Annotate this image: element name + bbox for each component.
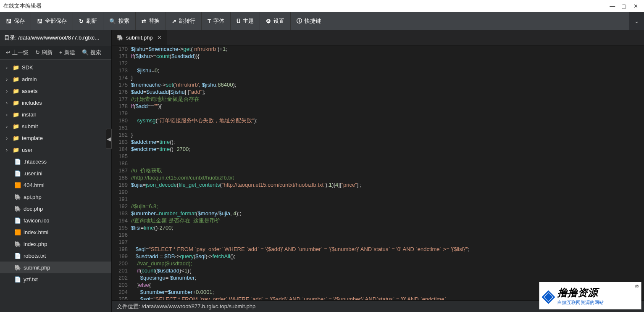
file-label: .user.ini (24, 170, 42, 177)
goto-button[interactable]: ↗跳转行 (166, 12, 202, 30)
folder-label: admin (22, 76, 37, 82)
tab-label: submit.php (126, 34, 153, 41)
file-item[interactable]: 🟧index.html (0, 226, 111, 238)
refresh-icon: ↻ (79, 18, 84, 24)
save-all-button[interactable]: 🖫全部保存 (31, 12, 73, 30)
file-item[interactable]: 🐘index.php (0, 238, 111, 250)
minimize-icon[interactable]: — (607, 3, 618, 9)
title-bar: 在线文本编辑器 — ▢ ✕ (0, 0, 644, 12)
folder-item[interactable]: ›📁includes (0, 97, 111, 108)
file-label: api.php (24, 194, 42, 200)
folder-item[interactable]: ›📁submit (0, 120, 111, 132)
sidebar-actions: ↩上一级 ↻刷新 +新建 🔍搜索 (0, 45, 111, 60)
file-label: submit.php (24, 264, 50, 271)
code-editor[interactable]: 1701711721731741751761771781791801811821… (112, 45, 644, 300)
chevron-right-icon: › (6, 111, 11, 118)
chevron-right-icon: › (6, 88, 11, 94)
window-title: 在线文本编辑器 (3, 2, 42, 10)
replace-icon: ⇄ (142, 18, 146, 24)
dir-path: /data/www/wwwroot/877.b.rglxc... (18, 34, 99, 41)
file-item[interactable]: 🐘api.php (0, 191, 111, 203)
main-toolbar: 🖫保存 🖫全部保存 ↻刷新 🔍搜索 ⇄替换 ↗跳转行 T字体 Ü主题 ⚙设置 ⓘ… (0, 12, 644, 30)
replace-button[interactable]: ⇄替换 (136, 12, 166, 30)
settings-button[interactable]: ⚙设置 (260, 12, 291, 30)
php-icon: 🐘 (14, 194, 21, 200)
folder-icon: 📁 (13, 64, 19, 71)
chevron-right-icon: › (6, 64, 11, 71)
folder-icon: 📁 (13, 76, 19, 82)
new-button[interactable]: +新建 (56, 49, 79, 56)
chevron-left-icon: ◀ (107, 136, 111, 142)
watermark: ◈ 撸撸资源 白嫖互联网资源的网站 ® (539, 282, 641, 309)
file-item[interactable]: 🟧404.html (0, 179, 111, 191)
file-item[interactable]: 📄yzf.txt (0, 273, 111, 285)
file-tree[interactable]: ›📁SDK›📁admin›📁assets›📁includes›📁install›… (0, 60, 111, 312)
gear-icon: ⚙ (266, 18, 271, 24)
txt-icon: 📄 (14, 276, 21, 283)
theme-icon: Ü (237, 18, 240, 24)
folder-item[interactable]: ›📁template (0, 132, 111, 144)
watermark-r: ® (635, 284, 639, 289)
folder-icon: 📁 (13, 100, 19, 106)
folder-item[interactable]: ›📁assets (0, 85, 111, 97)
close-icon[interactable]: ✕ (631, 3, 641, 9)
folder-label: template (22, 135, 43, 141)
search-icon: 🔍 (82, 49, 89, 56)
tab-close-icon[interactable]: ✕ (157, 34, 162, 41)
folder-item[interactable]: ›📁admin (0, 73, 111, 85)
folder-item[interactable]: ›📁SDK (0, 61, 111, 73)
chevron-right-icon: › (6, 100, 11, 106)
chevron-right-icon: › (6, 147, 11, 153)
refresh-button[interactable]: ↻刷新 (73, 12, 103, 30)
search-icon: 🔍 (109, 18, 116, 24)
chevron-right-icon: › (6, 135, 11, 141)
save-button[interactable]: 🖫保存 (0, 12, 31, 30)
folder-icon: 📁 (13, 135, 19, 141)
folder-item[interactable]: ›📁install (0, 108, 111, 120)
expand-button[interactable]: ⌄ (629, 12, 644, 30)
code-area[interactable]: $jishu=$memcache->get( nfrruknrb )+1;if(… (131, 45, 644, 300)
current-dir: 目录: /data/www/wwwroot/877.b.rglxc... (0, 30, 111, 45)
folder-label: submit (22, 123, 38, 130)
editor-area: 🐘 submit.php ✕ 1701711721731741751761771… (112, 30, 644, 312)
collapse-sidebar-button[interactable]: ◀ (106, 129, 112, 149)
watermark-title: 撸撸资源 (557, 286, 604, 299)
folder-label: user (22, 147, 32, 153)
font-icon: T (208, 18, 211, 24)
file-label: .htaccess (24, 159, 47, 165)
font-button[interactable]: T字体 (202, 12, 231, 30)
file-sidebar: 目录: /data/www/wwwroot/877.b.rglxc... ↩上一… (0, 30, 112, 312)
folder-icon: 📁 (13, 88, 19, 94)
php-icon: 🐘 (117, 34, 124, 41)
sidebar-refresh-button[interactable]: ↻刷新 (32, 49, 56, 56)
file-item[interactable]: 📄favicon.ico (0, 214, 111, 226)
plus-icon: + (59, 49, 63, 56)
file-item[interactable]: 🐘submit.php (0, 262, 111, 273)
file-label: robots.txt (24, 253, 46, 259)
search-button[interactable]: 🔍搜索 (103, 12, 136, 30)
file-label: index.html (24, 229, 48, 235)
chevron-right-icon: › (6, 76, 11, 82)
file-item[interactable]: 📄robots.txt (0, 250, 111, 262)
file-item[interactable]: 📄.user.ini (0, 167, 111, 179)
maximize-icon[interactable]: ▢ (619, 3, 629, 9)
shortcuts-button[interactable]: ⓘ快捷键 (291, 12, 327, 30)
folder-label: includes (22, 100, 42, 106)
tab-submit-php[interactable]: 🐘 submit.php ✕ (112, 30, 167, 45)
folder-item[interactable]: ›📁user (0, 144, 111, 156)
file-label: favicon.ico (24, 217, 49, 224)
save-icon: 🖫 (6, 18, 11, 24)
editor-tabs: 🐘 submit.php ✕ (112, 30, 644, 45)
file-location: 文件位置: /data/www/wwwroot/877.b.rglxc.top/… (117, 303, 255, 310)
file-item[interactable]: 📄.htaccess (0, 156, 111, 167)
txt-icon: 📄 (14, 253, 21, 259)
file-item[interactable]: 🐘doc.php (0, 203, 111, 214)
sidebar-search-button[interactable]: 🔍搜索 (79, 49, 105, 56)
keyboard-icon: ⓘ (297, 17, 302, 25)
up-button[interactable]: ↩上一级 (3, 49, 32, 56)
save-all-icon: 🖫 (37, 18, 42, 24)
theme-button[interactable]: Ü主题 (231, 12, 260, 30)
html-icon: 🟧 (14, 182, 21, 188)
txt-icon: 📄 (14, 170, 21, 177)
folder-icon: 📁 (13, 123, 19, 130)
